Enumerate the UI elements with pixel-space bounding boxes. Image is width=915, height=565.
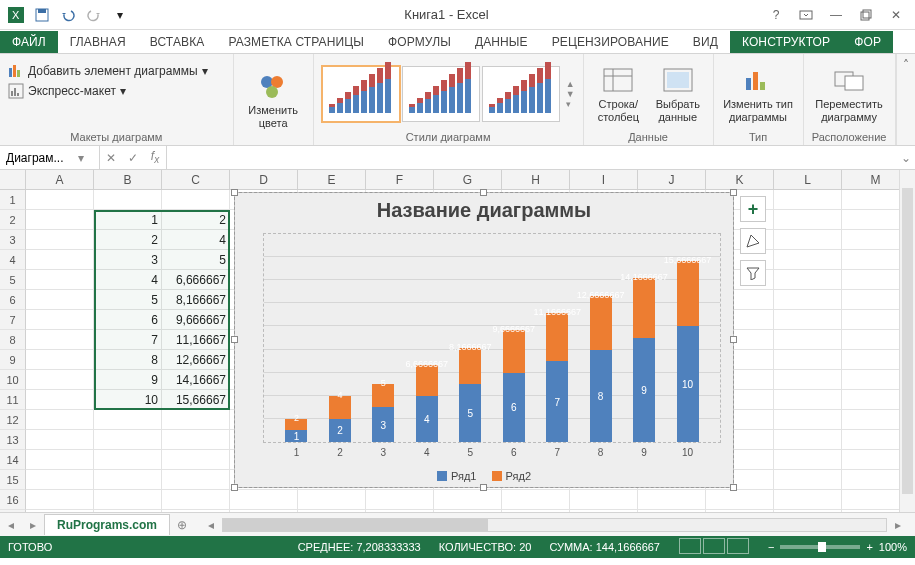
- cell[interactable]: 6,666667: [162, 270, 230, 290]
- hscroll-right[interactable]: ▸: [887, 518, 909, 532]
- cell[interactable]: [570, 510, 638, 512]
- row-header[interactable]: 10: [0, 370, 26, 390]
- cell[interactable]: [774, 410, 842, 430]
- cell[interactable]: [162, 190, 230, 210]
- move-chart-button[interactable]: Переместить диаграмму: [812, 64, 887, 122]
- tab-home[interactable]: ГЛАВНАЯ: [58, 31, 138, 53]
- col-header[interactable]: D: [230, 170, 298, 189]
- cell[interactable]: [230, 490, 298, 510]
- add-chart-element-button[interactable]: Добавить элемент диаграммы▾: [8, 62, 208, 80]
- chart-legend[interactable]: Ряд1 Ряд2: [235, 470, 733, 483]
- cell[interactable]: [230, 510, 298, 512]
- qat-dropdown-icon[interactable]: ▾: [108, 4, 132, 26]
- cell[interactable]: [26, 310, 94, 330]
- tab-view[interactable]: ВИД: [681, 31, 730, 53]
- cell[interactable]: 5: [94, 290, 162, 310]
- fx-icon[interactable]: fx: [144, 146, 166, 169]
- row-header[interactable]: 13: [0, 430, 26, 450]
- expand-formula-bar-icon[interactable]: ⌄: [897, 151, 915, 165]
- gallery-scroll-down[interactable]: ▼: [566, 89, 575, 99]
- select-all-corner[interactable]: [0, 170, 26, 189]
- cell[interactable]: [774, 270, 842, 290]
- col-header[interactable]: B: [94, 170, 162, 189]
- row-header[interactable]: 15: [0, 470, 26, 490]
- plot-area[interactable]: 12124235346,6666667458,1666667569,666666…: [263, 233, 721, 443]
- cell[interactable]: [774, 250, 842, 270]
- undo-icon[interactable]: [56, 4, 80, 26]
- tab-insert[interactable]: ВСТАВКА: [138, 31, 217, 53]
- row-header[interactable]: 16: [0, 490, 26, 510]
- cell[interactable]: [94, 510, 162, 512]
- cell[interactable]: [774, 510, 842, 512]
- cell[interactable]: 3: [94, 250, 162, 270]
- tab-pagelayout[interactable]: РАЗМЕТКА СТРАНИЦЫ: [216, 31, 376, 53]
- cell[interactable]: [26, 430, 94, 450]
- chart-style-3[interactable]: [482, 66, 560, 122]
- sheet-tab[interactable]: RuPrograms.com: [44, 514, 170, 535]
- cell[interactable]: [26, 330, 94, 350]
- zoom-value[interactable]: 100%: [879, 541, 907, 553]
- tab-formulas[interactable]: ФОРМУЛЫ: [376, 31, 463, 53]
- cell[interactable]: 4: [162, 230, 230, 250]
- hscroll-left[interactable]: ◂: [200, 518, 222, 532]
- cell[interactable]: [774, 330, 842, 350]
- save-icon[interactable]: [30, 4, 54, 26]
- cell[interactable]: [706, 510, 774, 512]
- row-header[interactable]: 5: [0, 270, 26, 290]
- embedded-chart[interactable]: Название диаграммы 12124235346,666666745…: [234, 192, 734, 488]
- cell[interactable]: [774, 430, 842, 450]
- sheet-nav-next[interactable]: ▸: [22, 518, 44, 532]
- cell[interactable]: 4: [94, 270, 162, 290]
- cell[interactable]: [26, 350, 94, 370]
- cell[interactable]: [774, 370, 842, 390]
- cell[interactable]: [26, 230, 94, 250]
- cell[interactable]: [366, 490, 434, 510]
- cell[interactable]: [162, 430, 230, 450]
- row-header[interactable]: 3: [0, 230, 26, 250]
- chart-styles-button[interactable]: [740, 228, 766, 254]
- tab-data[interactable]: ДАННЫЕ: [463, 31, 540, 53]
- zoom-out-icon[interactable]: −: [768, 541, 774, 553]
- new-sheet-button[interactable]: ⊕: [170, 518, 194, 532]
- cancel-formula-icon[interactable]: ✕: [100, 146, 122, 169]
- cell[interactable]: [26, 390, 94, 410]
- col-header[interactable]: J: [638, 170, 706, 189]
- chart-title[interactable]: Название диаграммы: [235, 193, 733, 224]
- cell[interactable]: [94, 450, 162, 470]
- cell[interactable]: [434, 510, 502, 512]
- excel-icon[interactable]: X: [4, 4, 28, 26]
- col-header[interactable]: C: [162, 170, 230, 189]
- switch-rowcol-button[interactable]: Строка/ столбец: [592, 64, 646, 122]
- cell[interactable]: [94, 190, 162, 210]
- cell[interactable]: [638, 490, 706, 510]
- cell[interactable]: 8,166667: [162, 290, 230, 310]
- cell[interactable]: 12,66667: [162, 350, 230, 370]
- cell[interactable]: [502, 490, 570, 510]
- row-header[interactable]: 14: [0, 450, 26, 470]
- cell[interactable]: [26, 250, 94, 270]
- cell[interactable]: [26, 490, 94, 510]
- cell[interactable]: [26, 450, 94, 470]
- row-header[interactable]: 17: [0, 510, 26, 512]
- cell[interactable]: 9: [94, 370, 162, 390]
- cell[interactable]: [570, 490, 638, 510]
- cell[interactable]: [26, 510, 94, 512]
- tab-review[interactable]: РЕЦЕНЗИРОВАНИЕ: [540, 31, 681, 53]
- cell[interactable]: [434, 490, 502, 510]
- col-header[interactable]: H: [502, 170, 570, 189]
- cell[interactable]: [162, 450, 230, 470]
- ribbon-options-icon[interactable]: [791, 2, 821, 28]
- col-header[interactable]: E: [298, 170, 366, 189]
- cell[interactable]: [26, 190, 94, 210]
- chart-style-gallery[interactable]: [322, 66, 560, 122]
- cell[interactable]: [162, 490, 230, 510]
- gallery-more[interactable]: ▾: [566, 99, 575, 109]
- restore-icon[interactable]: [851, 2, 881, 28]
- cell[interactable]: [706, 490, 774, 510]
- minimize-icon[interactable]: —: [821, 2, 851, 28]
- cell[interactable]: [774, 390, 842, 410]
- cell[interactable]: [638, 510, 706, 512]
- cell[interactable]: [94, 430, 162, 450]
- cell[interactable]: [26, 370, 94, 390]
- cell[interactable]: [162, 510, 230, 512]
